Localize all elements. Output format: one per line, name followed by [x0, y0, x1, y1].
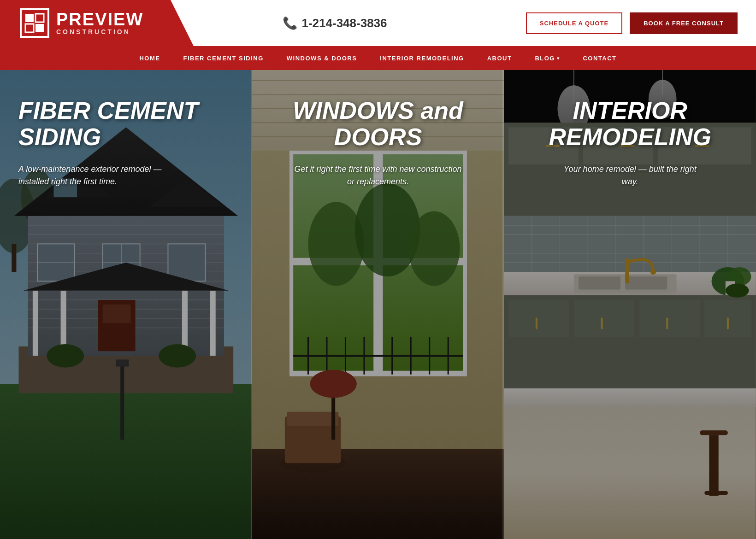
panel-divider-2: [502, 70, 504, 539]
svg-rect-1: [25, 14, 34, 22]
nav-item-blog[interactable]: BLOG ▾: [535, 55, 560, 62]
nav-blog-label: BLOG: [535, 55, 555, 62]
phone-display[interactable]: 📞 1-214-348-3836: [283, 16, 387, 30]
svg-rect-3: [25, 24, 34, 32]
logo-icon: [18, 7, 51, 39]
logo[interactable]: PREVIEW CONSTRUCTION: [18, 7, 143, 39]
panel-1-title: FIBER CEMENT SIDING: [18, 98, 234, 150]
panel-fiber-cement[interactable]: FIBER CEMENT SIDING A low-maintenance ex…: [0, 70, 252, 539]
panel-divider-1: [251, 70, 252, 539]
nav-item-fiber-cement-siding[interactable]: FIBER CEMENT SIDING: [183, 55, 263, 62]
panel-3-description: Your home remodel — built the right way.: [556, 163, 704, 188]
phone-number: 1-214-348-3836: [302, 16, 387, 30]
svg-rect-2: [35, 14, 44, 22]
svg-rect-4: [35, 24, 44, 32]
logo-construction-text: CONSTRUCTION: [56, 28, 143, 35]
panel-3-title: INTERIOR REMODELING: [522, 98, 738, 150]
panel-windows-doors[interactable]: WINDOWS and DOORS Get it right the first…: [252, 70, 504, 539]
nav-item-interior-remodeling[interactable]: INTERIOR REMODELING: [380, 55, 464, 62]
chevron-down-icon: ▾: [557, 56, 560, 61]
nav-item-contact[interactable]: CONTACT: [583, 55, 616, 62]
logo-preview-text: PREVIEW: [56, 11, 143, 28]
nav-item-home[interactable]: HOME: [139, 55, 160, 62]
phone-icon: 📞: [283, 16, 297, 30]
nav-item-windows-doors[interactable]: WINDOWS & DOORS: [287, 55, 357, 62]
book-consult-button[interactable]: BOOK A FREE CONSULT: [630, 12, 738, 34]
panel-interior-remodeling[interactable]: INTERIOR REMODELING Your home remodel — …: [504, 70, 756, 539]
navigation: HOME FIBER CEMENT SIDING WINDOWS & DOORS…: [0, 46, 756, 70]
nav-item-about[interactable]: ABOUT: [487, 55, 512, 62]
schedule-quote-button[interactable]: SCHEDULE A QUOTE: [526, 12, 622, 34]
panel-3-content: INTERIOR REMODELING Your home remodel — …: [504, 70, 756, 539]
header-buttons: SCHEDULE A QUOTE BOOK A FREE CONSULT: [526, 12, 738, 34]
panel-1-content: FIBER CEMENT SIDING A low-maintenance ex…: [0, 70, 252, 539]
panel-2-title: WINDOWS and DOORS: [271, 98, 486, 150]
panel-1-description: A low-maintenance exterior remodel — ins…: [18, 163, 166, 188]
panel-2-content: WINDOWS and DOORS Get it right the first…: [252, 70, 504, 539]
panel-2-description: Get it right the first time with new con…: [290, 163, 466, 188]
header: PREVIEW CONSTRUCTION 📞 1-214-348-3836 SC…: [0, 0, 756, 46]
hero-section: FIBER CEMENT SIDING A low-maintenance ex…: [0, 70, 756, 539]
